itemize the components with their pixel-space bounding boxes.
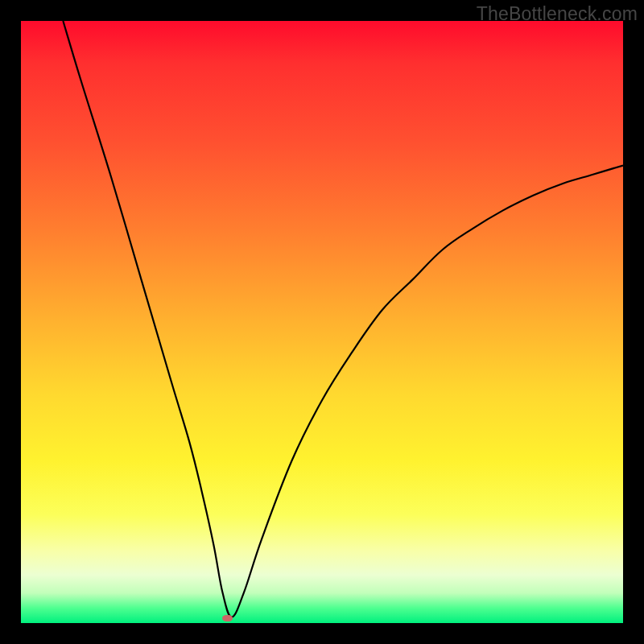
curve-path — [63, 21, 623, 617]
chart-frame: TheBottleneck.com — [0, 0, 644, 644]
bottleneck-curve — [21, 21, 623, 623]
plot-area — [21, 21, 623, 623]
watermark-text: TheBottleneck.com — [477, 3, 638, 25]
